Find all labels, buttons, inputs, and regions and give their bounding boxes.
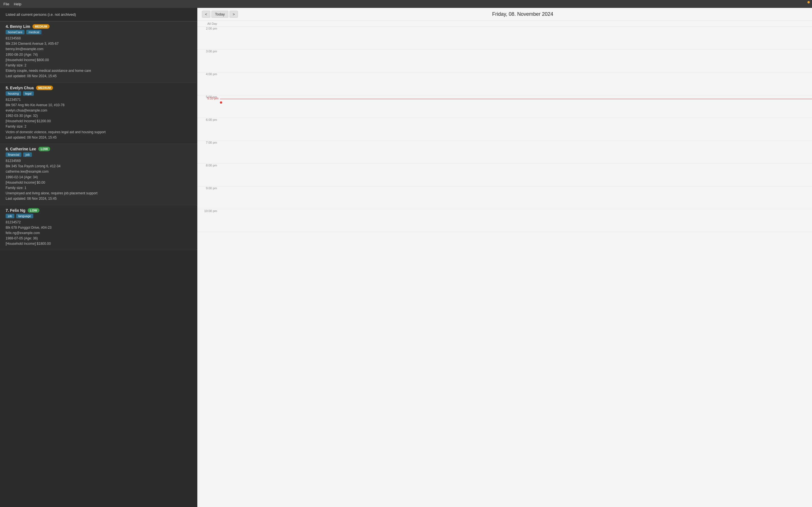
time-slot: 10:00 pm	[197, 209, 812, 232]
person-name: 5. Evelyn Chua	[6, 86, 34, 90]
time-label: 6:00 pm	[197, 118, 220, 121]
tags: joblanguage	[6, 214, 192, 218]
email: evelyn.chua@example.com	[6, 108, 192, 113]
person-info: 81234572 Blk 678 Punggol Drive, #04-23 f…	[6, 220, 192, 247]
time-slot-content	[220, 209, 812, 232]
notification-dot	[808, 1, 810, 3]
phone: 81234572	[6, 220, 192, 225]
time-label: 8:00 pm	[197, 164, 220, 167]
dob: 1990-02-14 (Age: 34)	[6, 175, 192, 180]
time-label: 3:00 pm	[197, 50, 220, 53]
last-updated: Last updated: 08 Nov 2024, 15:45	[6, 135, 192, 140]
priority-badge: MEDIUM	[33, 24, 50, 29]
current-time-label: 5:10 pm	[199, 97, 218, 100]
person-name: 7. Felix Ng	[6, 208, 26, 213]
person-card[interactable]: 7. Felix Ng LOW joblanguage 81234572 Blk…	[0, 205, 197, 250]
person-card[interactable]: 5. Evelyn Chua MEDIUM housinglegal 81234…	[0, 83, 197, 144]
time-slot-content	[220, 50, 812, 72]
current-time-dot	[220, 101, 222, 104]
next-button[interactable]: >	[230, 11, 238, 18]
dob: 1950-08-20 (Age: 74)	[6, 52, 192, 57]
today-button[interactable]: Today	[211, 11, 229, 18]
person-header: 4. Benny Lim MEDIUM	[6, 24, 192, 29]
tag-job: job	[6, 214, 14, 218]
tag-medical: medical	[26, 30, 42, 34]
person-header: 6. Catherine Lee LOW	[6, 147, 192, 151]
person-card[interactable]: 4. Benny Lim MEDIUM homeCaremedical 8123…	[0, 21, 197, 83]
family-size: Family size: 2	[6, 63, 192, 68]
time-slot: 6:00 pm	[197, 118, 812, 141]
right-panel: < Today > Friday, 08. November 2024 All …	[197, 8, 812, 507]
time-slot-content	[220, 118, 812, 140]
time-label: 7:00 pm	[197, 141, 220, 144]
tag-language: language	[16, 214, 33, 218]
family-size: Family size: 1	[6, 185, 192, 191]
priority-badge: LOW	[28, 208, 40, 213]
person-header: 7. Felix Ng LOW	[6, 208, 192, 213]
time-slot: 2:00 pm	[197, 27, 812, 50]
calendar-header: < Today > Friday, 08. November 2024	[197, 8, 812, 21]
time-slot: 9:00 pm	[197, 186, 812, 209]
tag-legal: legal	[23, 91, 34, 96]
time-slot-content	[220, 27, 812, 49]
phone: 81234568	[6, 36, 192, 41]
tag-job: job	[23, 152, 32, 157]
time-slot-content	[220, 186, 812, 209]
cal-nav: < Today >	[202, 11, 238, 18]
notes: Unemployed and living alone, requires jo…	[6, 191, 192, 196]
tags: financialjob	[6, 152, 192, 157]
income: [Household Income] $1200.00	[6, 119, 192, 124]
tag-homecare: homeCare	[6, 30, 24, 34]
persons-list[interactable]: 4. Benny Lim MEDIUM homeCaremedical 8123…	[0, 21, 197, 507]
time-slot-content	[220, 72, 812, 95]
prev-button[interactable]: <	[202, 11, 210, 18]
tag-housing: housing	[6, 91, 21, 96]
email: benny.lim@example.com	[6, 47, 192, 52]
email: felix.ng@example.com	[6, 230, 192, 236]
time-slot: 3:00 pm	[197, 50, 812, 72]
last-updated: Last updated: 08 Nov 2024, 15:45	[6, 196, 192, 202]
dob: 1992-03-30 (Age: 32)	[6, 113, 192, 119]
priority-badge: MEDIUM	[36, 86, 53, 90]
current-time-line	[220, 99, 812, 99]
person-header: 5. Evelyn Chua MEDIUM	[6, 86, 192, 90]
time-slot: 8:00 pm	[197, 164, 812, 186]
income: [Household Income] $0.00	[6, 180, 192, 185]
file-menu[interactable]: File	[3, 2, 9, 6]
time-label: 9:00 pm	[197, 186, 220, 190]
income: [Household Income] $1800.00	[6, 241, 192, 246]
person-info: 81234571 Blk 567 Ang Mo Kio Avenue 10, #…	[6, 97, 192, 140]
address: Blk 345 Toa Payoh Lorong 6, #12-34	[6, 164, 192, 169]
email: catherine.lee@example.com	[6, 169, 192, 174]
calendar-title: Friday, 08. November 2024	[238, 11, 808, 17]
time-slot: 4:00 pm	[197, 72, 812, 95]
time-slot: 5:00 pm5:10 pm	[197, 95, 812, 118]
main-layout: Listed all current persons (i.e. not arc…	[0, 8, 812, 507]
address: Blk 678 Punggol Drive, #04-23	[6, 225, 192, 230]
tags: housinglegal	[6, 91, 192, 96]
time-slot-content	[220, 164, 812, 186]
menubar: File Help	[0, 0, 812, 8]
time-label: 2:00 pm	[197, 27, 220, 30]
family-size: Family size: 2	[6, 124, 192, 129]
help-menu[interactable]: Help	[14, 2, 21, 6]
person-card[interactable]: 6. Catherine Lee LOW financialjob 812345…	[0, 144, 197, 205]
left-header: Listed all current persons (i.e. not arc…	[0, 8, 197, 21]
header-title: Listed all current persons (i.e. not arc…	[6, 12, 76, 17]
calendar-body[interactable]: All Day 2:00 pm3:00 pm4:00 pm5:00 pm5:10…	[197, 21, 812, 507]
priority-badge: LOW	[38, 147, 50, 151]
dob: 1988-07-05 (Age: 36)	[6, 236, 192, 241]
phone: 81234571	[6, 97, 192, 103]
time-slot-content	[220, 141, 812, 163]
tag-financial: financial	[6, 152, 21, 157]
time-label: 10:00 pm	[197, 209, 220, 213]
address: Blk 567 Ang Mo Kio Avenue 10, #10-78	[6, 103, 192, 108]
notes: Victim of domestic violence, requires le…	[6, 129, 192, 135]
left-panel: Listed all current persons (i.e. not arc…	[0, 8, 197, 507]
all-day-label: All Day	[197, 22, 220, 25]
notes: Elderly couple, needs medical assistance…	[6, 68, 192, 73]
time-slot-content: 5:10 pm	[220, 95, 812, 118]
person-name: 4. Benny Lim	[6, 24, 30, 29]
phone: 81234569	[6, 158, 192, 164]
income: [Household Income] $800.00	[6, 57, 192, 63]
